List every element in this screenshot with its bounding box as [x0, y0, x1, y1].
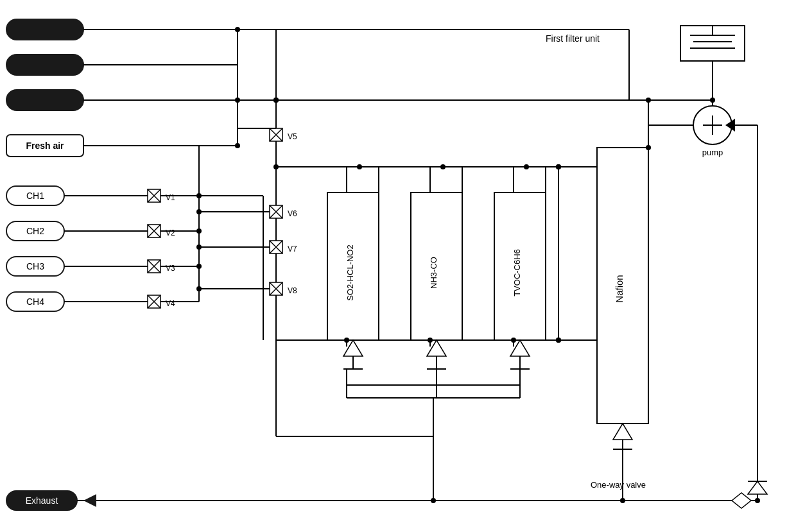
nafion-label: Nafion — [614, 275, 625, 302]
v1-label: V1 — [166, 193, 175, 202]
ch1-label: CH1 — [26, 191, 44, 201]
exhaust-label: Exhaust — [26, 495, 58, 506]
svg-point-31 — [196, 228, 202, 234]
first-filter-label: First filter unit — [546, 33, 600, 44]
svg-point-144 — [620, 498, 625, 503]
ch4-label: CH4 — [26, 296, 44, 307]
svg-point-156 — [556, 164, 561, 169]
v7-label: V7 — [288, 245, 297, 253]
svg-point-36 — [196, 264, 202, 269]
pump-label: pump — [702, 148, 723, 157]
svg-point-155 — [273, 98, 279, 103]
one-way-valve-label: One-way valve — [591, 480, 646, 490]
nh3-column-label: NH3-CO — [429, 257, 438, 289]
svg-point-157 — [556, 338, 561, 343]
fresh-air-label: Fresh air — [26, 141, 64, 151]
svg-rect-1 — [6, 19, 83, 40]
svg-point-67 — [196, 245, 202, 250]
svg-point-142 — [755, 498, 760, 503]
v4-label: V4 — [166, 299, 175, 308]
svg-point-69 — [196, 286, 202, 291]
tvoc-column-label: TVOC-C6H6 — [512, 249, 522, 296]
svg-point-71 — [273, 164, 279, 169]
svg-rect-3 — [6, 90, 83, 110]
v8-label: V8 — [288, 286, 297, 295]
v3-label: V3 — [166, 264, 175, 273]
svg-point-126 — [235, 27, 240, 32]
svg-point-65 — [196, 209, 202, 214]
svg-point-152 — [431, 498, 436, 503]
svg-point-73 — [440, 164, 446, 169]
v5-label: V5 — [288, 132, 297, 141]
ch2-label: CH2 — [26, 226, 44, 236]
v2-label: V2 — [166, 228, 175, 237]
svg-rect-2 — [6, 55, 83, 75]
svg-point-72 — [357, 164, 362, 169]
svg-point-74 — [524, 164, 529, 169]
so2-column-label: SO2-HCL-NO2 — [345, 245, 355, 300]
v6-label: V6 — [288, 209, 297, 218]
svg-point-139 — [646, 98, 651, 103]
svg-point-127 — [235, 98, 240, 103]
ch3-label: CH3 — [26, 261, 44, 271]
